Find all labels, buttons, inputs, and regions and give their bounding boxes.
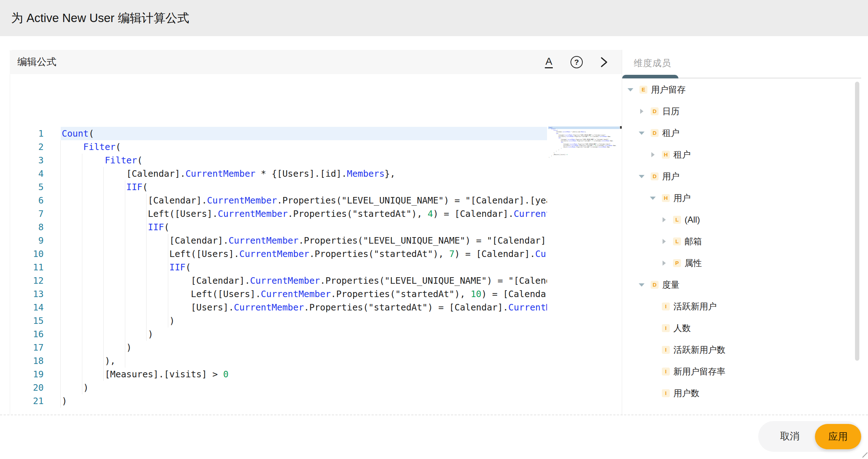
tree-item[interactable]: L(All): [622, 209, 860, 231]
dialog-header: 为 Active New User 编辑计算公式: [0, 0, 868, 36]
dimension-members-panel: 维度成员 E用户留存D日历D租户H租户D用户H用户L(All)L邮箱P属性D度量…: [622, 50, 868, 415]
line-number-gutter: 123456789101112131415161718192021: [20, 127, 44, 408]
line-number: 1: [20, 127, 44, 140]
member-type-badge: L: [673, 237, 681, 245]
line-number: 16: [20, 327, 44, 341]
member-type-badge: H: [662, 194, 670, 202]
collapse-arrow-icon[interactable]: [639, 274, 645, 296]
chevron-right-icon: [600, 56, 608, 68]
line-number: 10: [20, 247, 44, 261]
member-type-badge: E: [639, 86, 647, 94]
line-number: 21: [20, 394, 44, 408]
line-number: 11: [20, 261, 44, 274]
tree-item[interactable]: I人数: [622, 317, 860, 339]
line-number: 12: [20, 274, 44, 287]
tree-item[interactable]: I活跃新用户数: [622, 339, 860, 361]
member-type-badge: I: [662, 389, 670, 397]
tree-item[interactable]: D日历: [622, 100, 860, 122]
line-number: 17: [20, 341, 44, 354]
tree-item-label: 人数: [673, 317, 691, 339]
member-type-badge: H: [662, 151, 670, 159]
member-type-badge: I: [662, 303, 670, 310]
formula-code[interactable]: Count( Filter( Filter( [Calendar].Curren…: [62, 127, 547, 408]
member-type-badge: P: [673, 259, 681, 267]
expand-arrow-icon[interactable]: [661, 231, 667, 252]
expand-arrow-icon[interactable]: [650, 144, 656, 166]
expand-arrow-icon[interactable]: [639, 100, 645, 122]
line-number: 14: [20, 301, 44, 314]
member-type-badge: D: [651, 107, 659, 115]
tree-item[interactable]: D用户: [622, 166, 860, 187]
tree-item-label: (All): [685, 209, 700, 231]
line-number: 7: [20, 207, 44, 220]
line-number: 9: [20, 234, 44, 247]
tree-item-label: 用户: [673, 187, 691, 209]
members-tab-indicator: [622, 75, 678, 78]
line-number: 4: [20, 167, 44, 180]
tree-item[interactable]: L邮箱: [622, 231, 860, 252]
page-title: 为 Active New User 编辑计算公式: [11, 0, 189, 36]
collapse-panel-button[interactable]: [596, 54, 612, 70]
tree-item[interactable]: E用户留存: [622, 79, 860, 100]
footer-divider: [0, 415, 868, 415]
apply-button-label: 应用: [828, 430, 848, 443]
tree-item-label: 租户: [662, 122, 680, 144]
format-check-icon: A: [545, 56, 553, 68]
line-number: 18: [20, 354, 44, 368]
line-number: 5: [20, 180, 44, 194]
expand-arrow-icon[interactable]: [661, 209, 667, 231]
line-number: 3: [20, 154, 44, 167]
member-type-badge: D: [651, 129, 659, 137]
members-scrollbar[interactable]: [855, 82, 859, 361]
line-number: 13: [20, 287, 44, 301]
line-number: 6: [20, 194, 44, 207]
tree-item[interactable]: I活跃新用户: [622, 296, 860, 317]
tree-item-label: 属性: [685, 252, 702, 274]
collapse-arrow-icon[interactable]: [639, 166, 645, 187]
collapse-arrow-icon[interactable]: [639, 122, 645, 144]
tree-item[interactable]: P属性: [622, 252, 860, 274]
line-number: 2: [20, 140, 44, 154]
format-check-button[interactable]: A: [541, 54, 557, 70]
line-number: 19: [20, 368, 44, 381]
tree-item-label: 度量: [662, 274, 680, 296]
tree-item[interactable]: D度量: [622, 274, 860, 296]
member-type-badge: D: [651, 281, 659, 289]
code-editor[interactable]: Count( Filter( Filter( [Calendar].Curren…: [47, 124, 547, 459]
collapse-arrow-icon[interactable]: [650, 187, 656, 209]
help-icon: ?: [570, 56, 583, 68]
expand-arrow-icon[interactable]: [661, 252, 667, 274]
member-type-badge: D: [651, 172, 659, 180]
tree-item-label: 用户数: [673, 382, 699, 404]
collapse-arrow-icon[interactable]: [628, 79, 633, 100]
tree-item[interactable]: H租户: [622, 144, 860, 166]
member-type-badge: I: [662, 346, 670, 354]
cancel-button-label: 取消: [758, 421, 821, 452]
members-panel-title: 维度成员: [634, 57, 671, 69]
line-number: 15: [20, 314, 44, 327]
tree-item[interactable]: D租户: [622, 122, 860, 144]
help-button[interactable]: ?: [569, 54, 585, 70]
formula-editor-panel: 123456789101112131415161718192021 Count(…: [10, 50, 622, 415]
tree-item-label: 新用户留存率: [673, 361, 725, 382]
minimap[interactable]: Count( Filter( Filter( [Calendar].Curren…: [548, 126, 620, 423]
editor-toolbar: 编辑公式 A ?: [10, 50, 622, 74]
tree-item-label: 日历: [662, 100, 680, 122]
indent-guide: [60, 140, 61, 408]
resize-handle-icon[interactable]: [862, 452, 868, 458]
tree-item-label: 活跃新用户数: [673, 339, 725, 361]
tree-item-label: 用户: [662, 166, 680, 187]
tree-item[interactable]: I新用户留存率: [622, 361, 860, 382]
tree-item[interactable]: H用户: [622, 187, 860, 209]
members-header-divider: [678, 78, 861, 78]
line-number: 20: [20, 381, 44, 394]
member-type-badge: I: [662, 368, 670, 376]
minimap-code: Count( Filter( Filter( [Calendar].Curren…: [549, 127, 620, 158]
tree-item[interactable]: I用户数: [622, 382, 860, 404]
apply-button[interactable]: 应用: [815, 424, 861, 449]
tree-item-label: 用户留存: [651, 79, 686, 100]
line-number: 8: [20, 220, 44, 234]
member-type-badge: I: [662, 324, 670, 332]
tree-item-label: 租户: [673, 144, 691, 166]
tree-item-label: 邮箱: [685, 231, 702, 252]
